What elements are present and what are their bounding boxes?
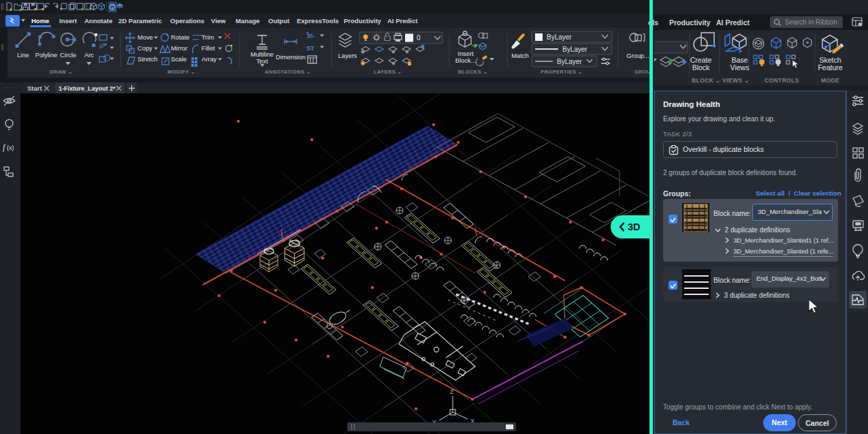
svg-text:ST: ST <box>306 45 315 52</box>
svg-text:ByLayer: ByLayer <box>562 46 588 53</box>
svg-text:ByLayer: ByLayer <box>547 33 572 41</box>
svg-text:(x): (x) <box>7 144 14 151</box>
svg-text:ByLayer: ByLayer <box>557 58 582 65</box>
svg-text:Z: Z <box>450 388 454 395</box>
svg-text:f: f <box>3 142 6 152</box>
svg-text:0: 0 <box>417 34 421 42</box>
